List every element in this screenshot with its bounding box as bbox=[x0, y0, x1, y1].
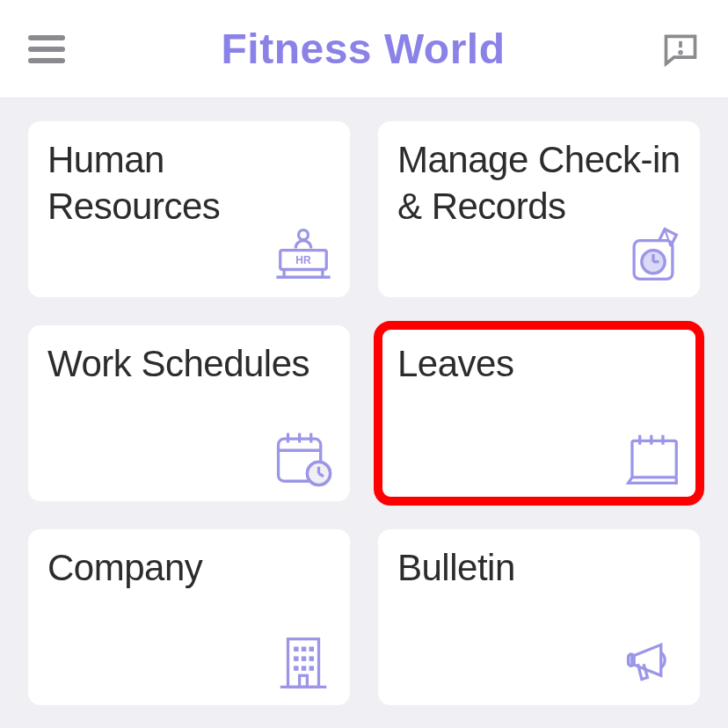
app-title: Fitness World bbox=[222, 25, 506, 73]
calendar-clock-icon bbox=[273, 427, 334, 489]
svg-rect-29 bbox=[294, 647, 298, 652]
card-leaves[interactable]: Leaves bbox=[378, 325, 700, 501]
svg-text:HR: HR bbox=[295, 254, 311, 266]
card-label: Company bbox=[47, 545, 331, 592]
card-manage-checkin[interactable]: Manage Check-in & Records bbox=[378, 121, 700, 297]
card-label: Leaves bbox=[397, 341, 681, 388]
svg-rect-30 bbox=[302, 647, 306, 652]
svg-rect-23 bbox=[632, 440, 676, 477]
card-human-resources[interactable]: Human Resources HR bbox=[28, 121, 350, 297]
svg-rect-27 bbox=[288, 639, 319, 688]
svg-rect-36 bbox=[302, 666, 306, 670]
menu-button[interactable] bbox=[28, 35, 65, 63]
svg-rect-34 bbox=[309, 656, 314, 660]
megaphone-icon bbox=[622, 631, 684, 693]
timecard-icon bbox=[622, 223, 684, 285]
building-icon bbox=[273, 631, 334, 693]
card-bulletin[interactable]: Bulletin bbox=[378, 529, 700, 705]
svg-rect-37 bbox=[309, 666, 314, 670]
feedback-icon[interactable] bbox=[661, 30, 700, 69]
card-label: Human Resources bbox=[47, 137, 331, 229]
svg-point-2 bbox=[299, 230, 309, 240]
svg-rect-33 bbox=[302, 656, 306, 660]
card-label: Work Schedules bbox=[47, 341, 331, 388]
card-label: Manage Check-in & Records bbox=[397, 137, 681, 229]
calendar-leave-icon bbox=[622, 427, 684, 489]
svg-rect-31 bbox=[309, 647, 314, 652]
card-work-schedules[interactable]: Work Schedules bbox=[28, 325, 350, 501]
app-header: Fitness World bbox=[0, 0, 728, 98]
card-company[interactable]: Company bbox=[28, 529, 350, 705]
svg-rect-32 bbox=[294, 656, 298, 660]
svg-rect-35 bbox=[294, 666, 298, 670]
card-grid: Human Resources HR Manage Check-in & Rec… bbox=[0, 98, 728, 728]
svg-rect-38 bbox=[300, 675, 308, 687]
card-label: Bulletin bbox=[397, 545, 681, 592]
hr-desk-icon: HR bbox=[273, 223, 334, 285]
svg-point-1 bbox=[680, 51, 681, 53]
